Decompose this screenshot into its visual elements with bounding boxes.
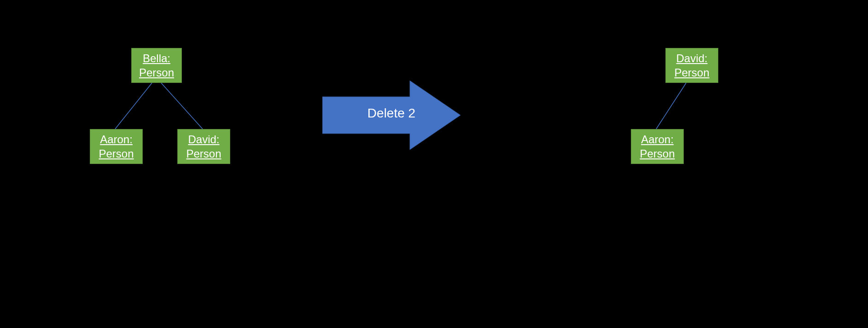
- node-aaron-left-name: Aaron:: [100, 133, 133, 146]
- node-david-left: David: Person: [177, 129, 230, 164]
- node-aaron-right: Aaron: Person: [631, 129, 684, 164]
- node-david-left-type: Person: [186, 147, 221, 160]
- node-david-right-type: Person: [674, 66, 709, 79]
- node-david-left-name: David:: [188, 133, 219, 146]
- node-aaron-left: Aaron: Person: [90, 129, 143, 164]
- svg-line-0: [115, 83, 152, 129]
- node-aaron-right-type: Person: [640, 147, 675, 160]
- delete-arrow: Delete 2: [322, 81, 460, 150]
- svg-line-1: [161, 83, 203, 129]
- arrow-label: Delete 2: [322, 106, 460, 121]
- svg-line-3: [656, 83, 686, 129]
- node-david-right-name: David:: [676, 52, 707, 64]
- node-bella: Bella: Person: [131, 48, 182, 83]
- node-aaron-right-name: Aaron:: [641, 133, 674, 146]
- tree-right-lines: [507, 0, 737, 184]
- node-bella-type: Person: [139, 66, 174, 79]
- node-aaron-left-type: Person: [99, 147, 134, 160]
- node-bella-name: Bella:: [143, 52, 170, 64]
- node-david-right: David: Person: [665, 48, 718, 83]
